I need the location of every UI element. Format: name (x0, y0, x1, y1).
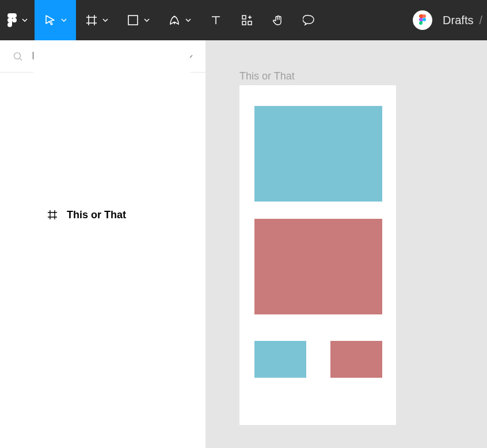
main-area: Layers Assets Page 1 This or That That B… (0, 40, 487, 448)
frame-tool-button[interactable] (76, 0, 117, 40)
chevron-down-icon (61, 18, 67, 22)
canvas-this-button[interactable] (254, 341, 306, 378)
pen-tool-button[interactable] (159, 0, 200, 40)
comment-tool-button[interactable] (294, 0, 325, 40)
layer-frame-row[interactable]: This or That (33, 45, 190, 385)
chevron-down-icon (185, 18, 191, 22)
pen-icon (168, 14, 181, 26)
frame-icon (85, 14, 98, 26)
breadcrumb[interactable]: Drafts / (443, 14, 487, 27)
left-sidebar: Layers Assets Page 1 This or That That B… (0, 40, 206, 448)
canvas-this-image[interactable] (254, 106, 382, 202)
svg-point-5 (423, 18, 426, 21)
user-avatar[interactable] (413, 10, 432, 30)
text-icon (210, 14, 222, 26)
figma-menu-button[interactable] (0, 0, 35, 40)
svg-rect-1 (128, 16, 138, 25)
canvas-that-button[interactable] (330, 341, 382, 378)
figma-color-logo-icon (418, 14, 427, 26)
canvas-that-image[interactable] (254, 219, 382, 314)
breadcrumb-location: Drafts (443, 14, 473, 27)
layer-label: This or That (67, 209, 126, 221)
canvas-frame[interactable] (239, 85, 396, 425)
layers-panel: This or That That Button This Button Tha… (0, 73, 206, 192)
resources-tool-button[interactable] (231, 0, 262, 40)
svg-rect-4 (248, 21, 252, 25)
chevron-down-icon (102, 18, 108, 22)
canvas[interactable]: This or That (206, 40, 487, 448)
top-toolbar: Drafts / (0, 0, 487, 40)
breadcrumb-separator: / (479, 14, 482, 27)
figma-logo-icon (7, 13, 17, 28)
svg-point-0 (12, 18, 17, 22)
shape-tool-button[interactable] (117, 0, 159, 40)
svg-point-6 (14, 52, 21, 59)
move-tool-button[interactable] (35, 0, 76, 40)
search-button[interactable] (13, 51, 23, 62)
frame-icon (46, 210, 59, 220)
chevron-down-icon (22, 18, 28, 22)
hand-icon (272, 14, 284, 26)
hand-tool-button[interactable] (262, 0, 294, 40)
resources-icon (241, 14, 253, 26)
svg-rect-3 (242, 21, 246, 25)
rectangle-icon (127, 14, 139, 26)
chevron-down-icon (144, 18, 150, 22)
text-tool-button[interactable] (200, 0, 231, 40)
cursor-icon (44, 14, 56, 26)
canvas-frame-label[interactable]: This or That (239, 70, 295, 82)
svg-rect-2 (242, 16, 246, 19)
search-icon (13, 51, 23, 62)
comment-icon (303, 14, 315, 26)
